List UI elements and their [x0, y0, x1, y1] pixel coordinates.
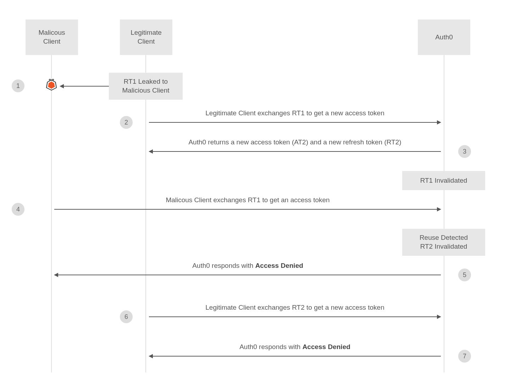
actor-auth0-label: Auth0 [435, 33, 453, 42]
lifeline-malicious [51, 53, 52, 372]
note-rt1-invalidated-text: RT1 Invalidated [420, 176, 467, 185]
lifeline-legitimate [145, 53, 146, 372]
arrow-step2 [149, 122, 440, 123]
actor-malicious-label: Malicous Client [39, 28, 65, 46]
arrow-step3 [149, 151, 441, 152]
arrow-step7 [149, 356, 441, 357]
message-step2-text: Legitimate Client exchanges RT1 to get a… [205, 109, 384, 117]
message-step5-prefix: Auth0 responds with [192, 262, 255, 269]
note-reuse-detected-text: Reuse Detected RT2 Invalidated [420, 233, 468, 251]
arrow-step4 [54, 209, 440, 210]
arrow-leak [60, 86, 109, 87]
message-step7: Auth0 responds with Access Denied [146, 343, 444, 351]
message-step2: Legitimate Client exchanges RT1 to get a… [146, 109, 444, 117]
message-step4: Malicous Client exchanges RT1 to get an … [51, 196, 444, 204]
step-number-2: 2 [124, 119, 128, 126]
actor-malicious-client: Malicous Client [26, 20, 78, 55]
message-step3: Auth0 returns a new access token (AT2) a… [146, 138, 444, 146]
step-badge-4: 4 [12, 203, 24, 216]
step-badge-3: 3 [458, 145, 471, 158]
actor-auth0: Auth0 [418, 20, 470, 55]
message-step7-prefix: Auth0 responds with [239, 343, 302, 350]
message-step5-bold: Access Denied [255, 262, 303, 269]
lifeline-auth0 [444, 53, 444, 372]
step-number-3: 3 [463, 148, 466, 155]
arrow-step5 [55, 275, 441, 275]
message-step6: Legitimate Client exchanges RT2 to get a… [146, 304, 444, 311]
message-step4-text: Malicous Client exchanges RT1 to get an … [166, 196, 329, 204]
step-badge-6: 6 [120, 310, 133, 323]
step-badge-1: 1 [12, 79, 24, 92]
step-number-7: 7 [463, 353, 466, 360]
step-number-1: 1 [16, 82, 20, 90]
note-rt1-invalidated: RT1 Invalidated [402, 171, 485, 190]
hacker-icon [44, 78, 59, 93]
step-badge-2: 2 [120, 116, 133, 129]
step-badge-5: 5 [458, 269, 471, 281]
step-number-4: 4 [16, 206, 20, 213]
actor-legitimate-label: Legitimate Client [131, 28, 162, 46]
arrow-step6 [149, 316, 440, 317]
sequence-diagram: Malicous Client Legitimate Client Auth0 … [0, 0, 532, 392]
note-rt1-leaked: RT1 Leaked to Malicious Client [109, 73, 183, 100]
step-number-6: 6 [124, 313, 128, 321]
message-step7-bold: Access Denied [303, 343, 350, 350]
message-step3-text: Auth0 returns a new access token (AT2) a… [188, 138, 401, 146]
note-reuse-detected: Reuse Detected RT2 Invalidated [402, 229, 485, 256]
message-step5: Auth0 responds with Access Denied [51, 262, 444, 270]
svg-marker-0 [48, 82, 55, 89]
actor-legitimate-client: Legitimate Client [120, 20, 172, 55]
message-step6-text: Legitimate Client exchanges RT2 to get a… [205, 304, 384, 311]
note-rt1-leaked-text: RT1 Leaked to Malicious Client [122, 77, 169, 95]
step-number-5: 5 [463, 271, 466, 279]
step-badge-7: 7 [458, 350, 471, 363]
